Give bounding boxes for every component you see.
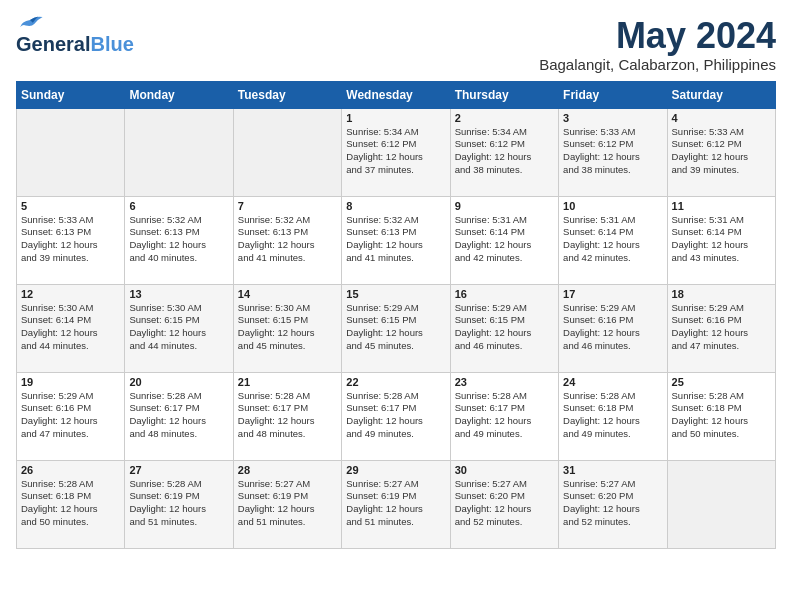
calendar-cell: 20Sunrise: 5:28 AM Sunset: 6:17 PM Dayli… [125, 372, 233, 460]
day-number: 20 [129, 376, 228, 388]
day-info: Sunrise: 5:30 AM Sunset: 6:15 PM Dayligh… [129, 302, 228, 353]
calendar-cell: 15Sunrise: 5:29 AM Sunset: 6:15 PM Dayli… [342, 284, 450, 372]
day-info: Sunrise: 5:28 AM Sunset: 6:18 PM Dayligh… [672, 390, 771, 441]
logo-general: General [16, 33, 90, 55]
calendar-cell: 11Sunrise: 5:31 AM Sunset: 6:14 PM Dayli… [667, 196, 775, 284]
weekday-header: Thursday [450, 81, 558, 108]
logo-bird-icon [16, 14, 44, 30]
day-info: Sunrise: 5:34 AM Sunset: 6:12 PM Dayligh… [455, 126, 554, 177]
day-number: 3 [563, 112, 662, 124]
day-number: 31 [563, 464, 662, 476]
calendar-cell [667, 460, 775, 548]
calendar-cell: 28Sunrise: 5:27 AM Sunset: 6:19 PM Dayli… [233, 460, 341, 548]
day-number: 11 [672, 200, 771, 212]
day-number: 30 [455, 464, 554, 476]
calendar-cell [125, 108, 233, 196]
day-info: Sunrise: 5:28 AM Sunset: 6:17 PM Dayligh… [455, 390, 554, 441]
day-number: 10 [563, 200, 662, 212]
day-number: 23 [455, 376, 554, 388]
calendar-table: SundayMondayTuesdayWednesdayThursdayFrid… [16, 81, 776, 549]
weekday-header: Saturday [667, 81, 775, 108]
day-info: Sunrise: 5:33 AM Sunset: 6:12 PM Dayligh… [563, 126, 662, 177]
day-number: 5 [21, 200, 120, 212]
calendar-cell: 8Sunrise: 5:32 AM Sunset: 6:13 PM Daylig… [342, 196, 450, 284]
day-number: 25 [672, 376, 771, 388]
day-info: Sunrise: 5:28 AM Sunset: 6:18 PM Dayligh… [563, 390, 662, 441]
day-info: Sunrise: 5:28 AM Sunset: 6:17 PM Dayligh… [238, 390, 337, 441]
calendar-cell: 30Sunrise: 5:27 AM Sunset: 6:20 PM Dayli… [450, 460, 558, 548]
day-info: Sunrise: 5:27 AM Sunset: 6:20 PM Dayligh… [455, 478, 554, 529]
day-number: 18 [672, 288, 771, 300]
calendar-cell: 13Sunrise: 5:30 AM Sunset: 6:15 PM Dayli… [125, 284, 233, 372]
location-title: Bagalangit, Calabarzon, Philippines [539, 56, 776, 73]
calendar-cell: 21Sunrise: 5:28 AM Sunset: 6:17 PM Dayli… [233, 372, 341, 460]
day-info: Sunrise: 5:31 AM Sunset: 6:14 PM Dayligh… [455, 214, 554, 265]
day-number: 8 [346, 200, 445, 212]
day-number: 16 [455, 288, 554, 300]
calendar-cell: 27Sunrise: 5:28 AM Sunset: 6:19 PM Dayli… [125, 460, 233, 548]
calendar-cell: 17Sunrise: 5:29 AM Sunset: 6:16 PM Dayli… [559, 284, 667, 372]
day-number: 21 [238, 376, 337, 388]
calendar-cell: 12Sunrise: 5:30 AM Sunset: 6:14 PM Dayli… [17, 284, 125, 372]
day-number: 22 [346, 376, 445, 388]
day-number: 28 [238, 464, 337, 476]
calendar-week-row: 5Sunrise: 5:33 AM Sunset: 6:13 PM Daylig… [17, 196, 776, 284]
day-number: 19 [21, 376, 120, 388]
calendar-cell: 14Sunrise: 5:30 AM Sunset: 6:15 PM Dayli… [233, 284, 341, 372]
calendar-week-row: 1Sunrise: 5:34 AM Sunset: 6:12 PM Daylig… [17, 108, 776, 196]
day-info: Sunrise: 5:34 AM Sunset: 6:12 PM Dayligh… [346, 126, 445, 177]
weekday-header: Friday [559, 81, 667, 108]
calendar-cell: 19Sunrise: 5:29 AM Sunset: 6:16 PM Dayli… [17, 372, 125, 460]
day-number: 24 [563, 376, 662, 388]
day-number: 13 [129, 288, 228, 300]
day-info: Sunrise: 5:33 AM Sunset: 6:12 PM Dayligh… [672, 126, 771, 177]
day-number: 6 [129, 200, 228, 212]
day-info: Sunrise: 5:28 AM Sunset: 6:17 PM Dayligh… [129, 390, 228, 441]
title-block: May 2024 Bagalangit, Calabarzon, Philipp… [539, 16, 776, 73]
calendar-cell: 3Sunrise: 5:33 AM Sunset: 6:12 PM Daylig… [559, 108, 667, 196]
calendar-week-row: 26Sunrise: 5:28 AM Sunset: 6:18 PM Dayli… [17, 460, 776, 548]
calendar-cell [233, 108, 341, 196]
day-number: 12 [21, 288, 120, 300]
calendar-week-row: 19Sunrise: 5:29 AM Sunset: 6:16 PM Dayli… [17, 372, 776, 460]
day-info: Sunrise: 5:28 AM Sunset: 6:18 PM Dayligh… [21, 478, 120, 529]
day-number: 27 [129, 464, 228, 476]
day-info: Sunrise: 5:27 AM Sunset: 6:19 PM Dayligh… [346, 478, 445, 529]
day-info: Sunrise: 5:28 AM Sunset: 6:17 PM Dayligh… [346, 390, 445, 441]
logo-blue: Blue [90, 33, 133, 55]
day-info: Sunrise: 5:28 AM Sunset: 6:19 PM Dayligh… [129, 478, 228, 529]
day-info: Sunrise: 5:29 AM Sunset: 6:15 PM Dayligh… [346, 302, 445, 353]
day-info: Sunrise: 5:33 AM Sunset: 6:13 PM Dayligh… [21, 214, 120, 265]
calendar-cell [17, 108, 125, 196]
calendar-cell: 1Sunrise: 5:34 AM Sunset: 6:12 PM Daylig… [342, 108, 450, 196]
day-number: 7 [238, 200, 337, 212]
day-info: Sunrise: 5:27 AM Sunset: 6:19 PM Dayligh… [238, 478, 337, 529]
weekday-header: Sunday [17, 81, 125, 108]
day-number: 9 [455, 200, 554, 212]
day-info: Sunrise: 5:31 AM Sunset: 6:14 PM Dayligh… [672, 214, 771, 265]
month-title: May 2024 [539, 16, 776, 56]
day-number: 29 [346, 464, 445, 476]
calendar-cell: 31Sunrise: 5:27 AM Sunset: 6:20 PM Dayli… [559, 460, 667, 548]
calendar-cell: 9Sunrise: 5:31 AM Sunset: 6:14 PM Daylig… [450, 196, 558, 284]
calendar-cell: 10Sunrise: 5:31 AM Sunset: 6:14 PM Dayli… [559, 196, 667, 284]
day-info: Sunrise: 5:30 AM Sunset: 6:15 PM Dayligh… [238, 302, 337, 353]
day-info: Sunrise: 5:29 AM Sunset: 6:16 PM Dayligh… [563, 302, 662, 353]
calendar-header-row: SundayMondayTuesdayWednesdayThursdayFrid… [17, 81, 776, 108]
calendar-cell: 16Sunrise: 5:29 AM Sunset: 6:15 PM Dayli… [450, 284, 558, 372]
calendar-week-row: 12Sunrise: 5:30 AM Sunset: 6:14 PM Dayli… [17, 284, 776, 372]
page-header: GeneralBlue May 2024 Bagalangit, Calabar… [16, 16, 776, 73]
weekday-header: Wednesday [342, 81, 450, 108]
calendar-cell: 24Sunrise: 5:28 AM Sunset: 6:18 PM Dayli… [559, 372, 667, 460]
day-number: 1 [346, 112, 445, 124]
day-number: 15 [346, 288, 445, 300]
day-number: 2 [455, 112, 554, 124]
calendar-cell: 23Sunrise: 5:28 AM Sunset: 6:17 PM Dayli… [450, 372, 558, 460]
weekday-header: Tuesday [233, 81, 341, 108]
day-info: Sunrise: 5:29 AM Sunset: 6:16 PM Dayligh… [672, 302, 771, 353]
day-info: Sunrise: 5:32 AM Sunset: 6:13 PM Dayligh… [129, 214, 228, 265]
logo: GeneralBlue [16, 16, 134, 54]
day-info: Sunrise: 5:32 AM Sunset: 6:13 PM Dayligh… [238, 214, 337, 265]
calendar-cell: 7Sunrise: 5:32 AM Sunset: 6:13 PM Daylig… [233, 196, 341, 284]
calendar-cell: 2Sunrise: 5:34 AM Sunset: 6:12 PM Daylig… [450, 108, 558, 196]
